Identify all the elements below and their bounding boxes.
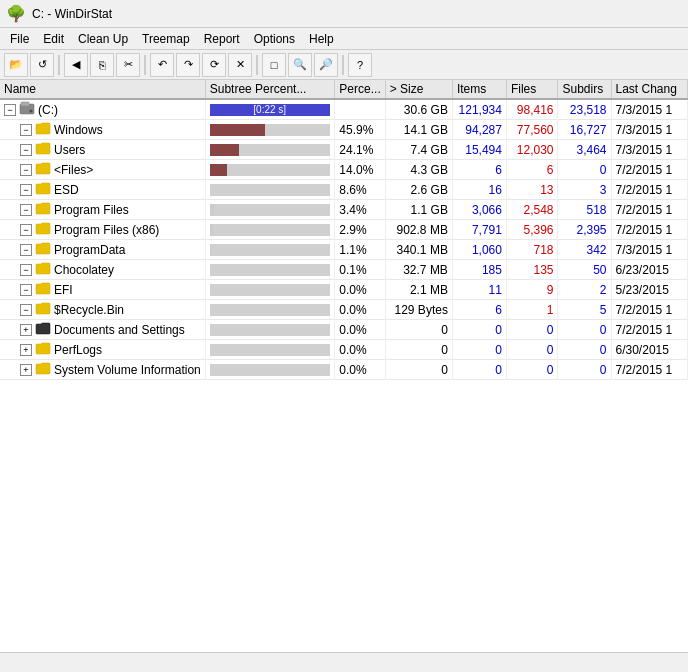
- menu-item-help[interactable]: Help: [303, 30, 340, 48]
- toolbar: 📂↺◀⎘✂↶↷⟳✕□🔍🔎?: [0, 50, 688, 80]
- expand-btn-2[interactable]: −: [20, 144, 32, 156]
- new-folder-btn[interactable]: □: [262, 53, 286, 77]
- status-bar: [0, 652, 688, 672]
- table-row[interactable]: − $Recycle.Bin0.0%129 Bytes6157/2/2015 1: [0, 300, 688, 320]
- expand-btn-3[interactable]: −: [20, 164, 32, 176]
- perce-cell-12: 0.0%: [335, 340, 385, 360]
- table-row[interactable]: + Documents and Settings0.0%00007/2/2015…: [0, 320, 688, 340]
- name-cell-3: − <Files>: [0, 160, 205, 180]
- progress-fill-7: [210, 244, 211, 256]
- expand-btn-10[interactable]: −: [20, 304, 32, 316]
- folder-black-icon: [35, 321, 51, 335]
- menu-item-clean-up[interactable]: Clean Up: [72, 30, 134, 48]
- items-cell-13: 0: [452, 360, 506, 380]
- expand-btn-6[interactable]: −: [20, 224, 32, 236]
- table-row[interactable]: − EFI0.0%2.1 MB11925/23/2015: [0, 280, 688, 300]
- perce-cell-3: 14.0%: [335, 160, 385, 180]
- row-name-12: PerfLogs: [54, 343, 102, 357]
- expand-btn-1[interactable]: −: [20, 124, 32, 136]
- expand-btn-7[interactable]: −: [20, 244, 32, 256]
- col-size[interactable]: > Size: [385, 80, 452, 99]
- zoom-in-btn[interactable]: 🔍: [288, 53, 312, 77]
- table-row[interactable]: − <Files>14.0%4.3 GB6607/2/2015 1: [0, 160, 688, 180]
- items-cell-3: 6: [452, 160, 506, 180]
- menu-item-treemap[interactable]: Treemap: [136, 30, 196, 48]
- subtree-cell-2: [205, 140, 335, 160]
- folder-icon: [35, 221, 51, 235]
- name-cell-6: − Program Files (x86): [0, 220, 205, 240]
- folder-open-btn[interactable]: 📂: [4, 53, 28, 77]
- lastchang-cell-9: 5/23/2015: [611, 280, 687, 300]
- expand-btn-12[interactable]: +: [20, 344, 32, 356]
- files-cell-1: 77,560: [506, 120, 558, 140]
- subtree-cell-6: [205, 220, 335, 240]
- refresh2-btn[interactable]: ⟳: [202, 53, 226, 77]
- col-lastchang[interactable]: Last Chang: [611, 80, 687, 99]
- col-subtree[interactable]: Subtree Percent...: [205, 80, 335, 99]
- files-cell-0: 98,416: [506, 99, 558, 120]
- col-perce[interactable]: Perce...: [335, 80, 385, 99]
- help-btn[interactable]: ?: [348, 53, 372, 77]
- zoom-out-btn[interactable]: 🔎: [314, 53, 338, 77]
- table-row[interactable]: − Windows45.9%14.1 GB94,28777,56016,7277…: [0, 120, 688, 140]
- expand-btn-13[interactable]: +: [20, 364, 32, 376]
- menu-item-edit[interactable]: Edit: [37, 30, 70, 48]
- files-cell-10: 1: [506, 300, 558, 320]
- progress-bg-9: [210, 284, 330, 296]
- refresh-btn[interactable]: ↺: [30, 53, 54, 77]
- row-name-10: $Recycle.Bin: [54, 303, 124, 317]
- name-cell-5: − Program Files: [0, 200, 205, 220]
- title-bar: 🌳 C: - WinDirStat: [0, 0, 688, 28]
- table-row[interactable]: − (C:)[0:22 s]30.6 GB121,93498,41623,518…: [0, 99, 688, 120]
- expand-btn-11[interactable]: +: [20, 324, 32, 336]
- items-cell-6: 7,791: [452, 220, 506, 240]
- name-cell-2: − Users: [0, 140, 205, 160]
- col-name[interactable]: Name: [0, 80, 205, 99]
- lastchang-cell-0: 7/3/2015 1: [611, 99, 687, 120]
- progress-fill-6: [210, 224, 213, 236]
- perce-cell-4: 8.6%: [335, 180, 385, 200]
- table-row[interactable]: − Program Files3.4%1.1 GB3,0662,5485187/…: [0, 200, 688, 220]
- size-cell-5: 1.1 GB: [385, 200, 452, 220]
- expand-btn-4[interactable]: −: [20, 184, 32, 196]
- back-btn[interactable]: ◀: [64, 53, 88, 77]
- app-icon: 🌳: [6, 4, 26, 23]
- table-row[interactable]: + PerfLogs0.0%00006/30/2015: [0, 340, 688, 360]
- menu-item-report[interactable]: Report: [198, 30, 246, 48]
- table-row[interactable]: − Chocolatey0.1%32.7 MB185135506/23/2015: [0, 260, 688, 280]
- col-files[interactable]: Files: [506, 80, 558, 99]
- items-cell-8: 185: [452, 260, 506, 280]
- col-items[interactable]: Items: [452, 80, 506, 99]
- expand-btn-8[interactable]: −: [20, 264, 32, 276]
- name-cell-13: + System Volume Information: [0, 360, 205, 380]
- subdirs-cell-10: 5: [558, 300, 611, 320]
- perce-cell-7: 1.1%: [335, 240, 385, 260]
- table-body: − (C:)[0:22 s]30.6 GB121,93498,41623,518…: [0, 99, 688, 380]
- undo-btn[interactable]: ↶: [150, 53, 174, 77]
- menu-item-file[interactable]: File: [4, 30, 35, 48]
- table-row[interactable]: + System Volume Information0.0%00007/2/2…: [0, 360, 688, 380]
- table-row[interactable]: − Program Files (x86)2.9%902.8 MB7,7915,…: [0, 220, 688, 240]
- table-row[interactable]: − ESD8.6%2.6 GB161337/2/2015 1: [0, 180, 688, 200]
- table-row[interactable]: − Users24.1%7.4 GB15,49412,0303,4647/3/2…: [0, 140, 688, 160]
- expand-btn-9[interactable]: −: [20, 284, 32, 296]
- redo-btn[interactable]: ↷: [176, 53, 200, 77]
- name-cell-10: − $Recycle.Bin: [0, 300, 205, 320]
- perce-cell-5: 3.4%: [335, 200, 385, 220]
- items-cell-1: 94,287: [452, 120, 506, 140]
- progress-bg-5: [210, 204, 330, 216]
- perce-cell-1: 45.9%: [335, 120, 385, 140]
- col-subdirs[interactable]: Subdirs: [558, 80, 611, 99]
- expand-btn-5[interactable]: −: [20, 204, 32, 216]
- size-cell-13: 0: [385, 360, 452, 380]
- files-cell-3: 6: [506, 160, 558, 180]
- expand-btn-0[interactable]: −: [4, 104, 16, 116]
- copy-btn[interactable]: ⎘: [90, 53, 114, 77]
- folder-icon: [35, 141, 51, 155]
- cut-btn[interactable]: ✂: [116, 53, 140, 77]
- perce-cell-2: 24.1%: [335, 140, 385, 160]
- table-row[interactable]: − ProgramData1.1%340.1 MB1,0607183427/3/…: [0, 240, 688, 260]
- perce-cell-10: 0.0%: [335, 300, 385, 320]
- menu-item-options[interactable]: Options: [248, 30, 301, 48]
- delete-btn[interactable]: ✕: [228, 53, 252, 77]
